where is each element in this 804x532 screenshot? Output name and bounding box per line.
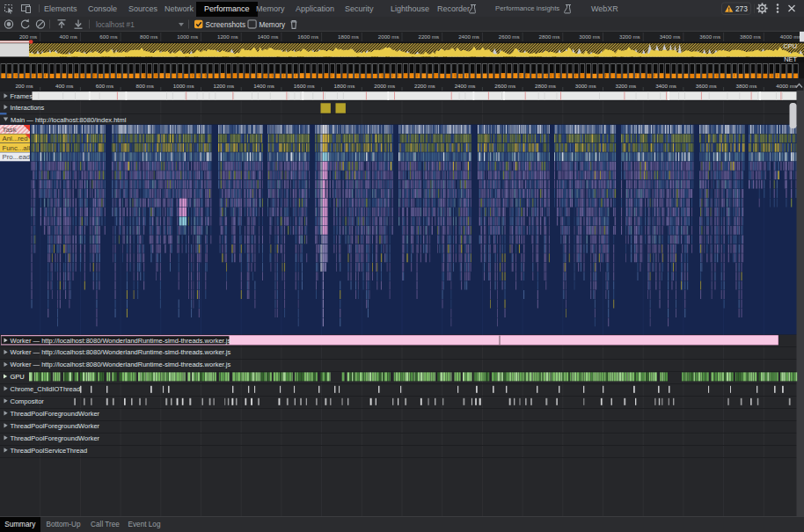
svg-text:4000 ms: 4000 ms	[776, 83, 797, 89]
svg-text:3200 ms: 3200 ms	[615, 83, 636, 89]
svg-text:2200 ms: 2200 ms	[414, 83, 435, 89]
svg-text:1800 ms: 1800 ms	[334, 83, 355, 89]
svg-text:800 ms: 800 ms	[136, 83, 154, 89]
svg-text:273: 273	[735, 4, 748, 13]
svg-text:Worker — http://localhost:8080: Worker — http://localhost:8080/Wonderlan…	[11, 337, 231, 345]
svg-text:Worker — http://localhost:8080: Worker — http://localhost:8080/Wonderlan…	[11, 361, 231, 368]
svg-text:400 ms: 400 ms	[60, 33, 77, 40]
svg-text:ThreadPoolServiceThread: ThreadPoolServiceThread	[11, 447, 88, 455]
svg-text:1800 ms: 1800 ms	[338, 33, 359, 40]
svg-text:Worker — http://localhost:8080: Worker — http://localhost:8080/Wonderlan…	[11, 348, 231, 356]
svg-text:1400 ms: 1400 ms	[258, 33, 279, 40]
svg-text:1200 ms: 1200 ms	[213, 83, 234, 89]
svg-text:3600 ms: 3600 ms	[696, 83, 717, 89]
svg-text:Screenshots: Screenshots	[206, 21, 246, 29]
svg-text:Frames: Frames	[11, 92, 33, 100]
svg-text:Main — http://localhost:8080/i: Main — http://localhost:8080/index.html	[11, 116, 127, 124]
svg-text:1600 ms: 1600 ms	[294, 83, 315, 89]
svg-text:1600 ms: 1600 ms	[297, 33, 318, 40]
svg-text:3000 ms: 3000 ms	[579, 33, 600, 40]
svg-text:2000 ms: 2000 ms	[374, 83, 395, 89]
svg-text:2600 ms: 2600 ms	[494, 83, 515, 89]
svg-text:3800 ms: 3800 ms	[740, 33, 761, 40]
svg-text:Task: Task	[3, 126, 17, 134]
svg-text:localhost #1: localhost #1	[96, 21, 135, 29]
svg-text:ThreadPoolForegroundWorker: ThreadPoolForegroundWorker	[11, 410, 100, 418]
svg-text:1200 ms: 1200 ms	[217, 33, 238, 40]
svg-text:Memory: Memory	[259, 21, 286, 29]
svg-text:400 ms: 400 ms	[55, 83, 73, 89]
svg-text:ThreadPoolForegroundWorker: ThreadPoolForegroundWorker	[11, 434, 100, 442]
svg-text:200 ms: 200 ms	[15, 83, 33, 89]
svg-text:2200 ms: 2200 ms	[418, 33, 439, 40]
svg-text:3800 ms: 3800 ms	[736, 83, 757, 89]
svg-text:3600 ms: 3600 ms	[699, 33, 720, 40]
svg-text:4000 ms: 4000 ms	[780, 33, 801, 40]
svg-text:ThreadPoolForegroundWorker: ThreadPoolForegroundWorker	[11, 422, 100, 430]
svg-text:3000 ms: 3000 ms	[575, 83, 596, 89]
svg-text:1400 ms: 1400 ms	[253, 83, 274, 89]
svg-text:2000 ms: 2000 ms	[378, 33, 399, 40]
svg-text:3400 ms: 3400 ms	[660, 33, 681, 40]
svg-text:Chrome_ChildIOThread: Chrome_ChildIOThread	[11, 385, 81, 393]
svg-text:Interactions: Interactions	[11, 104, 45, 112]
svg-text:CPU: CPU	[783, 42, 797, 50]
svg-text:Pro...ead: Pro...ead	[3, 153, 31, 161]
svg-text:GPU: GPU	[11, 373, 25, 381]
svg-text:2400 ms: 2400 ms	[455, 83, 476, 89]
svg-text:Compositor: Compositor	[11, 397, 45, 405]
svg-text:600 ms: 600 ms	[99, 33, 117, 40]
svg-text:NET: NET	[784, 55, 797, 63]
svg-text:2600 ms: 2600 ms	[499, 33, 520, 40]
svg-text:3400 ms: 3400 ms	[655, 83, 676, 89]
svg-text:800 ms: 800 ms	[140, 33, 157, 40]
svg-text:200 ms: 200 ms	[19, 33, 37, 40]
svg-text:Func...all: Func...all	[3, 144, 31, 152]
svg-text:3200 ms: 3200 ms	[619, 33, 640, 40]
svg-text:2800 ms: 2800 ms	[535, 83, 556, 89]
svg-text:1000 ms: 1000 ms	[173, 83, 194, 89]
svg-text:2400 ms: 2400 ms	[458, 33, 479, 40]
svg-text:2800 ms: 2800 ms	[539, 33, 560, 40]
svg-text:1000 ms: 1000 ms	[177, 33, 198, 40]
svg-text:Anl...red: Anl...red	[3, 135, 28, 142]
svg-text:600 ms: 600 ms	[96, 83, 113, 89]
